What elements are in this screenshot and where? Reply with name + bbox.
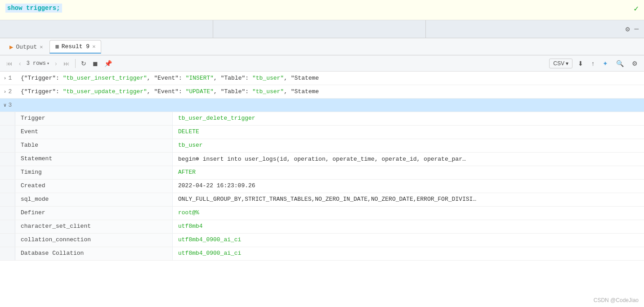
detail-row-created: Created 2022-04-22 16:23:09.26 [0, 180, 644, 193]
detail-row-event: Event DELETE [0, 126, 644, 139]
detail-key-statement: Statement [15, 153, 173, 166]
detail-indent [0, 126, 15, 139]
detail-key-timing: Timing [15, 166, 173, 179]
query-text: show triggers; [5, 4, 62, 13]
detail-value-db-collation: utf8mb4_0900_ai_ci [173, 247, 644, 260]
tab-bar: ▶ Output ✕ ▦ Result 9 ✕ [0, 38, 644, 55]
output-tab-close[interactable]: ✕ [40, 44, 43, 50]
detail-value-event: DELETE [173, 126, 644, 139]
csv-button[interactable]: CSV ▾ [549, 59, 572, 68]
detail-key-event: Event [15, 126, 173, 139]
toolbar-separator-1 [75, 59, 76, 68]
check-icon: ✓ [634, 4, 639, 14]
detail-key-definer: Definer [15, 207, 173, 220]
detail-row-statement: Statement begin⊕ insert into user_logs(i… [0, 153, 644, 166]
table-row[interactable]: › 1 {"Trigger": "tb_user_insert_trigger"… [0, 72, 644, 85]
detail-indent [0, 166, 15, 179]
row-content-2: {"Trigger": "tb_user_update_trigger", "E… [15, 86, 644, 98]
row-expander-2[interactable]: › 2 [0, 88, 15, 95]
search-button[interactable]: 🔍 [613, 58, 626, 69]
detail-key-table: Table [15, 139, 173, 152]
table-row[interactable]: ∨ 3 [0, 99, 644, 112]
gear-icon[interactable]: ⚙ [626, 25, 630, 34]
watermark: CSDN @CodeJiao [594, 297, 639, 303]
prev-page-button[interactable]: ‹ [16, 58, 24, 69]
detail-row-charset: character_set_client utf8mb4 [0, 220, 644, 234]
detail-indent [0, 112, 15, 125]
detail-row-timing: Timing AFTER [0, 166, 644, 180]
csv-label: CSV [553, 60, 564, 67]
detail-row-trigger: Trigger tb_user_delete_trigger [0, 112, 644, 126]
detail-value-table: tb_user [173, 139, 644, 152]
detail-indent [0, 180, 15, 193]
output-tab-icon: ▶ [9, 43, 13, 51]
detail-key-created: Created [15, 180, 173, 193]
first-page-button[interactable]: ⏮ [4, 58, 15, 69]
query-area: show triggers; ✓ [0, 0, 644, 20]
detail-value-statement: begin⊕ insert into user_logs(id, operati… [173, 153, 644, 166]
row-number-2: 2 [8, 88, 12, 95]
detail-value-charset: utf8mb4 [173, 220, 644, 233]
tab-output[interactable]: ▶ Output ✕ [4, 40, 49, 54]
row-content-3 [15, 103, 644, 108]
row-content-1: {"Trigger": "tb_user_insert_trigger", "E… [15, 72, 644, 84]
rows-dropdown-arrow[interactable]: ▾ [47, 61, 49, 66]
output-tab-label: Output [16, 44, 37, 50]
detail-key-trigger: Trigger [15, 112, 173, 125]
detail-indent [0, 247, 15, 260]
divider-bar: ⚙ — [0, 20, 644, 38]
results-area: › 1 {"Trigger": "tb_user_insert_trigger"… [0, 72, 644, 307]
toolbar-right: CSV ▾ ⬇ ↑ ✦ 🔍 ⚙ [549, 58, 640, 69]
detail-key-sqlmode: sql_mode [15, 193, 173, 206]
row-number-3: 3 [8, 102, 12, 108]
last-page-button[interactable]: ⏭ [61, 58, 72, 69]
rows-control[interactable]: 3 rows ▾ [25, 60, 51, 67]
divider-mid [213, 20, 426, 38]
stop-button[interactable]: ◼ [90, 58, 101, 69]
json-key: Trigger [28, 75, 53, 81]
detail-row-definer: Definer root@% [0, 207, 644, 220]
refresh-button[interactable]: ↻ [78, 58, 89, 69]
detail-indent [0, 220, 15, 233]
detail-value-collation-conn: utf8mb4_0900_ai_ci [173, 234, 644, 247]
detail-key-db-collation: Database Collation [15, 247, 173, 260]
csv-dropdown-arrow[interactable]: ▾ [566, 60, 568, 67]
minus-icon[interactable]: — [634, 25, 639, 33]
detail-indent [0, 139, 15, 152]
detail-key-charset: character_set_client [15, 220, 173, 233]
rows-label: 3 rows [27, 60, 46, 67]
row-expander-3[interactable]: ∨ 3 [0, 102, 15, 108]
ai-button[interactable]: ✦ [600, 58, 611, 69]
sort-asc-button[interactable]: ↑ [589, 58, 597, 69]
detail-row-db-collation: Database Collation utf8mb4_0900_ai_ci [0, 247, 644, 261]
tab-result9[interactable]: ▦ Result 9 ✕ [49, 40, 101, 54]
detail-value-trigger: tb_user_delete_trigger [173, 112, 644, 125]
table-row[interactable]: › 2 {"Trigger": "tb_user_update_trigger"… [0, 85, 644, 99]
result-tab-label: Result 9 [62, 43, 89, 50]
detail-value-definer: root@% [173, 207, 644, 220]
detail-indent [0, 193, 15, 206]
detail-indent [0, 153, 15, 166]
detail-value-sqlmode: ONLY_FULL_GROUP_BY,STRICT_TRANS_TABLES,N… [173, 193, 644, 206]
detail-row-collation-conn: collation_connection utf8mb4_0900_ai_ci [0, 234, 644, 247]
settings-button[interactable]: ⚙ [629, 58, 640, 69]
detail-row-sqlmode: sql_mode ONLY_FULL_GROUP_BY,STRICT_TRANS… [0, 193, 644, 207]
next-page-button[interactable]: › [52, 58, 60, 69]
detail-key-collation-conn: collation_connection [15, 234, 173, 247]
detail-indent [0, 234, 15, 247]
detail-value-timing: AFTER [173, 166, 644, 179]
divider-left [0, 20, 213, 38]
detail-indent [0, 207, 15, 220]
json-punct: {" [21, 75, 28, 81]
result-tab-close[interactable]: ✕ [92, 43, 95, 50]
result-tab-icon: ▦ [55, 43, 58, 50]
row-expander-1[interactable]: › 1 [0, 75, 15, 81]
row-number-1: 1 [8, 75, 12, 81]
detail-value-created: 2022-04-22 16:23:09.26 [173, 180, 644, 193]
detail-row-table: Table tb_user [0, 139, 644, 153]
divider-right: ⚙ — [426, 20, 644, 38]
download-button[interactable]: ⬇ [575, 58, 586, 69]
toolbar: ⏮ ‹ 3 rows ▾ › ⏭ ↻ ◼ 📌 CSV ▾ ⬇ ↑ ✦ 🔍 ⚙ [0, 55, 644, 72]
pin-button[interactable]: 📌 [102, 58, 115, 69]
